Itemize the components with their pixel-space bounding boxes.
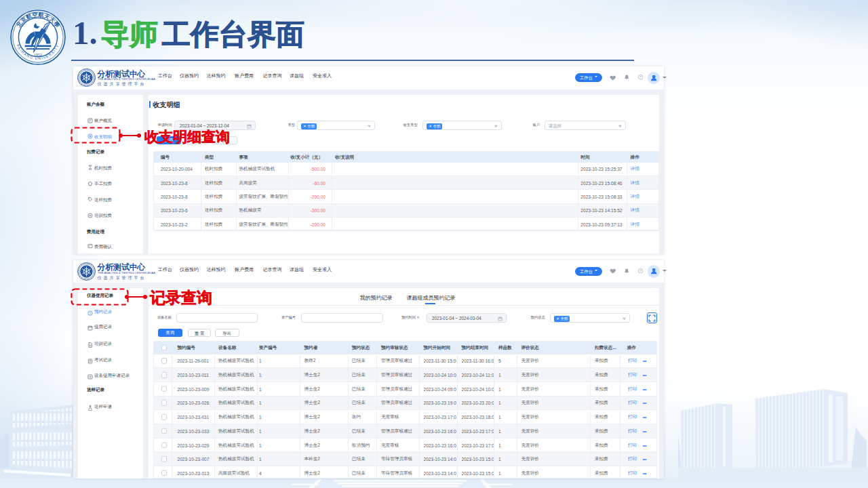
svg-text:?: ? — [639, 269, 642, 272]
svg-text:?: ? — [639, 75, 642, 79]
svg-text:1952: 1952 — [34, 52, 42, 57]
